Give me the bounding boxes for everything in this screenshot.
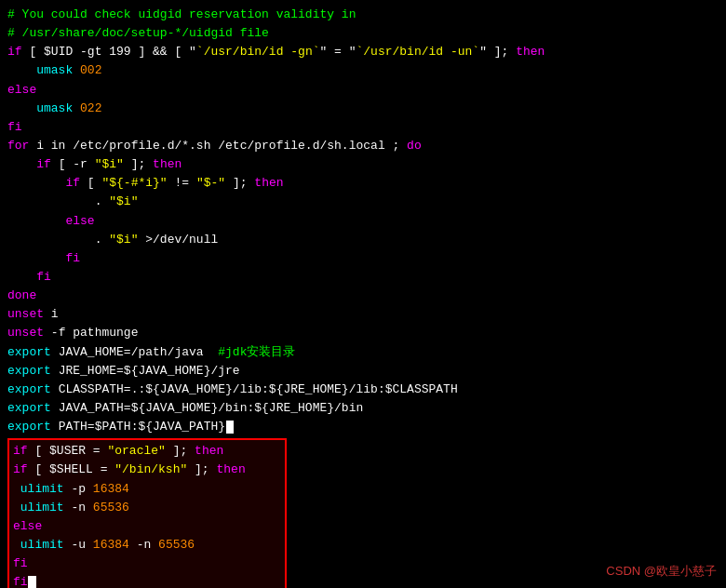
code-line-5: else	[7, 81, 719, 100]
code-line-9: for i in /etc/profile.d/*.sh /etc/profil…	[7, 137, 719, 155]
code-line-7: fi	[7, 118, 719, 137]
code-line-2: # /usr/share/doc/setup-*/uidgid file	[7, 24, 719, 43]
code-line-3: if [ $UID -gt 199 ] && [ "`/usr/bin/id -…	[7, 43, 719, 61]
code-line-15: fi	[7, 249, 719, 268]
hl-line-4: ulimit -n 65536	[13, 499, 281, 517]
highlighted-block: if [ $USER = "oracle" ]; then if [ $SHEL…	[7, 438, 287, 588]
code-line-25: export PATH=$PATH:${JAVA_PATH}	[7, 418, 719, 436]
code-line-16: fi	[7, 268, 719, 287]
code-line-6: umask 022	[7, 100, 719, 118]
code-line-23: export CLASSPATH=.:${JAVA_HOME}/lib:${JR…	[7, 381, 719, 399]
watermark: CSDN @欧皇小慈子	[606, 562, 717, 581]
hl-line-2: if [ $SHELL = "/bin/ksh" ]; then	[13, 461, 281, 479]
code-line-19: unset i	[7, 305, 719, 324]
code-line-14: . "$i" >/dev/null	[7, 231, 719, 249]
code-editor: { "watermark": "CSDN @欧皇小慈子" } # You cou…	[0, 0, 726, 588]
code-line-13: else	[7, 212, 719, 231]
code-line-1: # You could check uidgid reservation val…	[7, 6, 719, 24]
code-line-21: export JAVA_HOME=/path/java #jdk安装目录	[7, 343, 719, 362]
code-line-24: export JAVA_PATH=${JAVA_HOME}/bin:${JRE_…	[7, 399, 719, 418]
code-line-17: done	[7, 287, 719, 305]
hl-line-1: if [ $USER = "oracle" ]; then	[13, 442, 281, 461]
code-line-20: unset -f pathmunge	[7, 324, 719, 342]
code-line-11: if [ "${-#*i}" != "$-" ]; then	[7, 174, 719, 193]
code-line-4: umask 002	[7, 61, 719, 80]
hl-line-8: fi	[13, 573, 281, 588]
hl-line-6: ulimit -u 16384 -n 65536	[13, 536, 281, 555]
hl-line-7: fi	[13, 555, 281, 573]
code-line-22: export JRE_HOME=${JAVA_HOME}/jre	[7, 362, 719, 381]
hl-line-3: ulimit -p 16384	[13, 480, 281, 499]
hl-line-5: else	[13, 517, 281, 536]
code-line-12: . "$i"	[7, 193, 719, 211]
code-line-10: if [ -r "$i" ]; then	[7, 155, 719, 174]
